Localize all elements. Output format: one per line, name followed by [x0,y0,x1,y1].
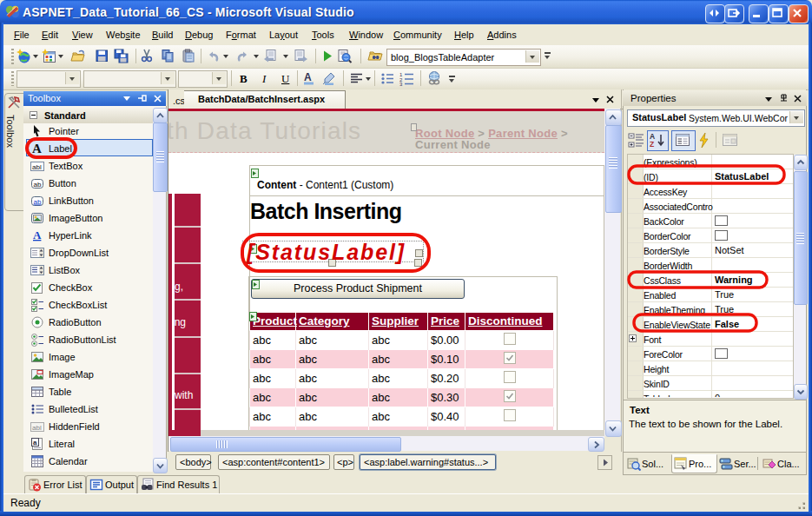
svg-text:ab: ab [34,198,42,206]
svg-text:Z: Z [650,140,654,149]
svg-text:A: A [33,228,42,241]
svg-text:3: 3 [399,82,403,87]
svg-text:ab: ab [34,181,42,189]
svg-text:abl: abl [32,424,42,432]
svg-text:a: a [33,439,37,447]
svg-text:A: A [304,71,312,83]
svg-text:abl: abl [32,163,42,171]
